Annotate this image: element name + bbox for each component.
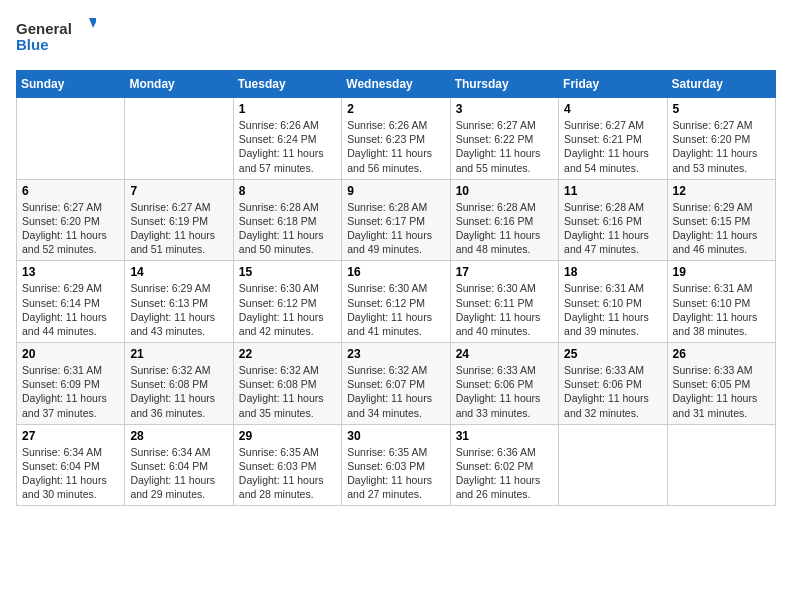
weekday-tuesday: Tuesday [233,71,341,98]
day-cell: 28Sunrise: 6:34 AMSunset: 6:04 PMDayligh… [125,424,233,506]
day-cell: 23Sunrise: 6:32 AMSunset: 6:07 PMDayligh… [342,343,450,425]
day-info: Sunrise: 6:30 AMSunset: 6:12 PMDaylight:… [239,281,336,338]
day-cell: 18Sunrise: 6:31 AMSunset: 6:10 PMDayligh… [559,261,667,343]
weekday-monday: Monday [125,71,233,98]
day-info: Sunrise: 6:33 AMSunset: 6:05 PMDaylight:… [673,363,770,420]
day-cell [125,98,233,180]
day-number: 30 [347,429,444,443]
day-cell: 8Sunrise: 6:28 AMSunset: 6:18 PMDaylight… [233,179,341,261]
day-cell: 10Sunrise: 6:28 AMSunset: 6:16 PMDayligh… [450,179,558,261]
day-cell: 3Sunrise: 6:27 AMSunset: 6:22 PMDaylight… [450,98,558,180]
day-number: 16 [347,265,444,279]
day-number: 24 [456,347,553,361]
day-number: 9 [347,184,444,198]
weekday-header-row: SundayMondayTuesdayWednesdayThursdayFrid… [17,71,776,98]
day-cell: 25Sunrise: 6:33 AMSunset: 6:06 PMDayligh… [559,343,667,425]
day-cell: 16Sunrise: 6:30 AMSunset: 6:12 PMDayligh… [342,261,450,343]
day-number: 4 [564,102,661,116]
weekday-thursday: Thursday [450,71,558,98]
day-info: Sunrise: 6:35 AMSunset: 6:03 PMDaylight:… [347,445,444,502]
svg-text:General: General [16,20,72,37]
day-number: 21 [130,347,227,361]
day-cell: 17Sunrise: 6:30 AMSunset: 6:11 PMDayligh… [450,261,558,343]
day-cell: 30Sunrise: 6:35 AMSunset: 6:03 PMDayligh… [342,424,450,506]
day-number: 11 [564,184,661,198]
day-cell: 31Sunrise: 6:36 AMSunset: 6:02 PMDayligh… [450,424,558,506]
day-cell: 6Sunrise: 6:27 AMSunset: 6:20 PMDaylight… [17,179,125,261]
day-cell: 4Sunrise: 6:27 AMSunset: 6:21 PMDaylight… [559,98,667,180]
day-info: Sunrise: 6:28 AMSunset: 6:16 PMDaylight:… [564,200,661,257]
page-header: General Blue [16,16,776,58]
day-cell: 9Sunrise: 6:28 AMSunset: 6:17 PMDaylight… [342,179,450,261]
day-info: Sunrise: 6:32 AMSunset: 6:08 PMDaylight:… [130,363,227,420]
weekday-sunday: Sunday [17,71,125,98]
day-info: Sunrise: 6:27 AMSunset: 6:20 PMDaylight:… [22,200,119,257]
day-number: 23 [347,347,444,361]
weekday-saturday: Saturday [667,71,775,98]
day-number: 8 [239,184,336,198]
day-number: 15 [239,265,336,279]
day-cell: 26Sunrise: 6:33 AMSunset: 6:05 PMDayligh… [667,343,775,425]
day-info: Sunrise: 6:32 AMSunset: 6:08 PMDaylight:… [239,363,336,420]
day-number: 26 [673,347,770,361]
day-cell: 13Sunrise: 6:29 AMSunset: 6:14 PMDayligh… [17,261,125,343]
week-row-1: 1Sunrise: 6:26 AMSunset: 6:24 PMDaylight… [17,98,776,180]
day-number: 27 [22,429,119,443]
day-info: Sunrise: 6:28 AMSunset: 6:18 PMDaylight:… [239,200,336,257]
day-cell: 5Sunrise: 6:27 AMSunset: 6:20 PMDaylight… [667,98,775,180]
day-info: Sunrise: 6:29 AMSunset: 6:14 PMDaylight:… [22,281,119,338]
day-number: 12 [673,184,770,198]
day-number: 3 [456,102,553,116]
day-number: 14 [130,265,227,279]
day-info: Sunrise: 6:31 AMSunset: 6:10 PMDaylight:… [564,281,661,338]
day-number: 31 [456,429,553,443]
day-info: Sunrise: 6:30 AMSunset: 6:12 PMDaylight:… [347,281,444,338]
day-number: 18 [564,265,661,279]
day-number: 29 [239,429,336,443]
day-cell: 22Sunrise: 6:32 AMSunset: 6:08 PMDayligh… [233,343,341,425]
day-number: 7 [130,184,227,198]
day-info: Sunrise: 6:31 AMSunset: 6:10 PMDaylight:… [673,281,770,338]
day-number: 10 [456,184,553,198]
day-cell: 11Sunrise: 6:28 AMSunset: 6:16 PMDayligh… [559,179,667,261]
day-cell [667,424,775,506]
day-cell: 29Sunrise: 6:35 AMSunset: 6:03 PMDayligh… [233,424,341,506]
day-info: Sunrise: 6:36 AMSunset: 6:02 PMDaylight:… [456,445,553,502]
calendar-body: 1Sunrise: 6:26 AMSunset: 6:24 PMDaylight… [17,98,776,506]
day-cell [17,98,125,180]
week-row-5: 27Sunrise: 6:34 AMSunset: 6:04 PMDayligh… [17,424,776,506]
logo-svg: General Blue [16,16,96,58]
day-info: Sunrise: 6:28 AMSunset: 6:16 PMDaylight:… [456,200,553,257]
svg-text:Blue: Blue [16,36,49,53]
day-info: Sunrise: 6:31 AMSunset: 6:09 PMDaylight:… [22,363,119,420]
weekday-wednesday: Wednesday [342,71,450,98]
day-info: Sunrise: 6:27 AMSunset: 6:19 PMDaylight:… [130,200,227,257]
day-number: 25 [564,347,661,361]
week-row-3: 13Sunrise: 6:29 AMSunset: 6:14 PMDayligh… [17,261,776,343]
day-number: 1 [239,102,336,116]
day-info: Sunrise: 6:33 AMSunset: 6:06 PMDaylight:… [564,363,661,420]
day-info: Sunrise: 6:26 AMSunset: 6:23 PMDaylight:… [347,118,444,175]
day-info: Sunrise: 6:30 AMSunset: 6:11 PMDaylight:… [456,281,553,338]
day-info: Sunrise: 6:29 AMSunset: 6:15 PMDaylight:… [673,200,770,257]
svg-marker-2 [89,18,96,28]
day-info: Sunrise: 6:32 AMSunset: 6:07 PMDaylight:… [347,363,444,420]
day-number: 5 [673,102,770,116]
week-row-2: 6Sunrise: 6:27 AMSunset: 6:20 PMDaylight… [17,179,776,261]
day-info: Sunrise: 6:35 AMSunset: 6:03 PMDaylight:… [239,445,336,502]
day-info: Sunrise: 6:28 AMSunset: 6:17 PMDaylight:… [347,200,444,257]
day-number: 13 [22,265,119,279]
day-info: Sunrise: 6:27 AMSunset: 6:21 PMDaylight:… [564,118,661,175]
day-info: Sunrise: 6:26 AMSunset: 6:24 PMDaylight:… [239,118,336,175]
day-cell: 2Sunrise: 6:26 AMSunset: 6:23 PMDaylight… [342,98,450,180]
day-cell: 19Sunrise: 6:31 AMSunset: 6:10 PMDayligh… [667,261,775,343]
day-cell: 12Sunrise: 6:29 AMSunset: 6:15 PMDayligh… [667,179,775,261]
day-cell: 21Sunrise: 6:32 AMSunset: 6:08 PMDayligh… [125,343,233,425]
day-cell: 1Sunrise: 6:26 AMSunset: 6:24 PMDaylight… [233,98,341,180]
day-cell: 14Sunrise: 6:29 AMSunset: 6:13 PMDayligh… [125,261,233,343]
day-info: Sunrise: 6:34 AMSunset: 6:04 PMDaylight:… [130,445,227,502]
day-number: 19 [673,265,770,279]
day-number: 22 [239,347,336,361]
calendar-table: SundayMondayTuesdayWednesdayThursdayFrid… [16,70,776,506]
day-cell: 20Sunrise: 6:31 AMSunset: 6:09 PMDayligh… [17,343,125,425]
